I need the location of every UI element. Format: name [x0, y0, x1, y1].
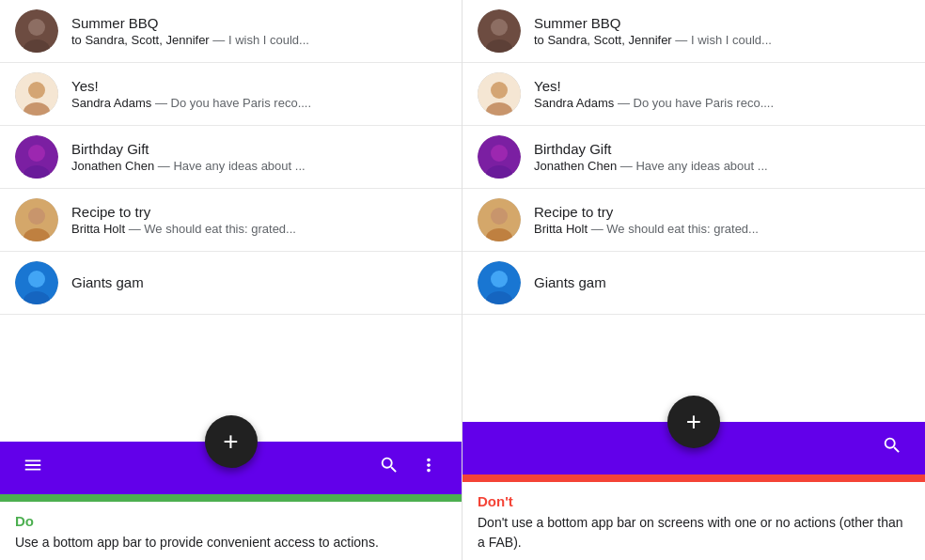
- svg-point-25: [491, 208, 508, 225]
- email-subject: Giants gam: [71, 274, 447, 290]
- email-content: Yes!Sandra Adams — Do you have Paris rec…: [534, 78, 910, 110]
- email-sender: Jonathen Chen: [534, 159, 617, 173]
- bar-icons-right: [371, 447, 447, 489]
- email-subject: Summer BBQ: [534, 15, 910, 31]
- email-sender: Sandra Adams: [534, 96, 614, 110]
- svg-point-19: [491, 82, 508, 99]
- svg-point-10: [28, 208, 45, 225]
- menu-icon[interactable]: [15, 447, 51, 489]
- email-meta: Jonathen Chen — Have any ideas about ...: [71, 159, 447, 173]
- email-content: Birthday GiftJonathen Chen — Have any id…: [71, 141, 447, 173]
- plus-icon: +: [686, 409, 701, 435]
- email-subject: Recipe to try: [534, 204, 910, 220]
- panels-container: Summer BBQto Sandra, Scott, Jennifer — I…: [0, 0, 925, 560]
- email-meta: Sandra Adams — Do you have Paris reco...…: [534, 96, 910, 110]
- email-content: Summer BBQto Sandra, Scott, Jennifer — I…: [71, 15, 447, 47]
- email-content: Giants gam: [534, 274, 910, 292]
- more-icon[interactable]: [411, 447, 447, 489]
- label-section: Don'tDon't use a bottom app bar on scree…: [462, 482, 925, 560]
- email-sender: Britta Holt: [534, 222, 588, 236]
- email-sender: Jonathen Chen: [71, 159, 154, 173]
- email-subject: Yes!: [534, 78, 910, 94]
- bottom-bar-wrapper: +: [462, 422, 925, 474]
- email-preview: — I wish I could...: [672, 33, 772, 47]
- label-title: Don't: [478, 493, 910, 509]
- panel-right: Summer BBQto Sandra, Scott, Jennifer — I…: [462, 0, 925, 560]
- email-item[interactable]: Summer BBQto Sandra, Scott, Jennifer — I…: [462, 0, 925, 63]
- email-item[interactable]: Birthday GiftJonathen Chen — Have any id…: [0, 126, 462, 189]
- email-content: Birthday GiftJonathen Chen — Have any id…: [534, 141, 910, 173]
- email-list: Summer BBQto Sandra, Scott, Jennifer — I…: [462, 0, 925, 422]
- avatar: [15, 135, 58, 179]
- email-sender: Britta Holt: [71, 222, 125, 236]
- svg-point-1: [28, 19, 45, 36]
- label-section: DoUse a bottom app bar to provide conven…: [0, 502, 462, 560]
- email-item[interactable]: Recipe to tryBritta Holt — We should eat…: [0, 189, 462, 252]
- email-item[interactable]: Giants gam: [0, 252, 462, 315]
- email-preview: — We should eat this: grated...: [125, 222, 296, 236]
- fab-button[interactable]: +: [205, 415, 258, 468]
- email-item[interactable]: Recipe to tryBritta Holt — We should eat…: [462, 189, 925, 252]
- avatar: [478, 72, 521, 116]
- avatar: [15, 261, 58, 304]
- email-preview: — We should eat this: grated...: [588, 222, 759, 236]
- search-icon[interactable]: [874, 428, 910, 469]
- avatar: [15, 72, 58, 116]
- avatar: [478, 261, 521, 304]
- email-subject: Birthday Gift: [71, 141, 447, 157]
- avatar: [478, 9, 521, 53]
- label-desc: Use a bottom app bar to provide convenie…: [15, 533, 447, 552]
- avatar: [15, 9, 58, 53]
- email-item[interactable]: Summer BBQto Sandra, Scott, Jennifer — I…: [0, 0, 462, 63]
- email-item[interactable]: Giants gam: [462, 252, 925, 315]
- email-preview: — I wish I could...: [210, 33, 309, 47]
- email-preview: — Do you have Paris reco....: [151, 96, 311, 110]
- email-meta: Britta Holt — We should eat this: grated…: [71, 222, 447, 236]
- email-item[interactable]: Birthday GiftJonathen Chen — Have any id…: [462, 126, 925, 189]
- email-content: Giants gam: [71, 274, 447, 292]
- email-meta: to Sandra, Scott, Jennifer — I wish I co…: [71, 33, 447, 47]
- email-meta: to Sandra, Scott, Jennifer — I wish I co…: [534, 33, 910, 47]
- email-content: Summer BBQto Sandra, Scott, Jennifer — I…: [534, 15, 910, 47]
- email-subject: Recipe to try: [71, 204, 447, 220]
- email-preview: — Have any ideas about ...: [154, 159, 305, 173]
- label-desc: Don't use a bottom app bar on screens wi…: [478, 513, 910, 552]
- svg-point-7: [28, 145, 45, 162]
- email-content: Recipe to tryBritta Holt — We should eat…: [534, 204, 910, 236]
- plus-icon: +: [223, 428, 238, 455]
- email-content: Yes!Sandra Adams — Do you have Paris rec…: [71, 78, 447, 110]
- email-subject: Summer BBQ: [71, 15, 447, 31]
- avatar: [15, 198, 58, 241]
- email-item[interactable]: Yes!Sandra Adams — Do you have Paris rec…: [0, 63, 462, 126]
- email-sender: to Sandra, Scott, Jennifer: [71, 33, 210, 47]
- email-subject: Yes!: [71, 78, 447, 94]
- search-icon[interactable]: [371, 447, 407, 489]
- email-sender: to Sandra, Scott, Jennifer: [534, 33, 672, 47]
- panel-left: Summer BBQto Sandra, Scott, Jennifer — I…: [0, 0, 462, 560]
- email-content: Recipe to tryBritta Holt — We should eat…: [71, 204, 447, 236]
- email-subject: Giants gam: [534, 274, 910, 290]
- email-preview: — Have any ideas about ...: [617, 159, 767, 173]
- email-list: Summer BBQto Sandra, Scott, Jennifer — I…: [0, 0, 462, 442]
- email-meta: Britta Holt — We should eat this: grated…: [534, 222, 910, 236]
- svg-point-28: [491, 271, 508, 288]
- avatar: [478, 198, 521, 241]
- bar-icons-right: [874, 428, 910, 469]
- email-preview: — Do you have Paris reco....: [614, 96, 774, 110]
- svg-point-16: [491, 19, 508, 36]
- svg-point-4: [28, 82, 45, 99]
- email-subject: Birthday Gift: [534, 141, 910, 157]
- avatar: [478, 135, 521, 179]
- svg-point-22: [491, 145, 508, 162]
- email-sender: Sandra Adams: [71, 96, 151, 110]
- svg-point-13: [28, 271, 45, 288]
- email-meta: Jonathen Chen — Have any ideas about ...: [534, 159, 910, 173]
- email-item[interactable]: Yes!Sandra Adams — Do you have Paris rec…: [462, 63, 925, 126]
- bottom-bar-wrapper: +: [0, 442, 462, 494]
- email-meta: Sandra Adams — Do you have Paris reco...…: [71, 96, 447, 110]
- indicator-bar: [0, 494, 462, 502]
- label-title: Do: [15, 513, 447, 529]
- fab-button[interactable]: +: [667, 396, 720, 448]
- indicator-bar: [462, 474, 925, 482]
